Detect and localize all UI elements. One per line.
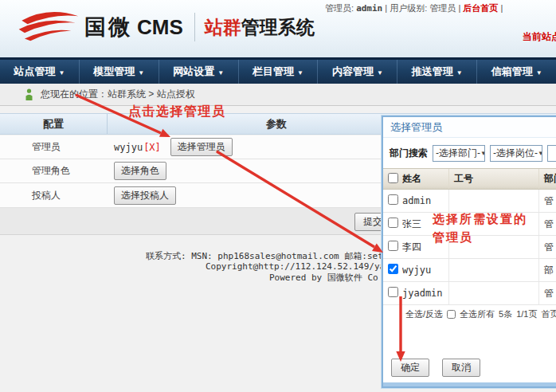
jobno-column-header: 工号: [448, 169, 538, 189]
dropdown-arrow-icon: ▼: [138, 69, 144, 76]
select-all-label: 全选所有: [460, 308, 495, 320]
row-checkbox[interactable]: [388, 218, 398, 228]
product-name: 站群管理系统: [205, 15, 315, 40]
footer-powered-line: Powered by 国微软件 Co: [269, 272, 378, 284]
admin-name: jyadmin: [402, 288, 448, 299]
user-location-icon: [24, 88, 34, 101]
dropdown-arrow-icon: ▼: [58, 69, 65, 76]
user-label: 管理员:: [325, 3, 354, 13]
dialog-search-row: 部门搜索 -选择部门- ▼ -选择岗位- ▼: [383, 138, 556, 168]
row-checkbox[interactable]: [388, 241, 398, 251]
logo: 国微 CMS 站群管理系统: [16, 8, 315, 46]
page-indicator: 1/1页: [516, 308, 537, 320]
dialog-title: 选择管理员: [383, 117, 556, 138]
dropdown-arrow-icon: ▼: [217, 69, 224, 76]
row-label: 管理角色: [0, 164, 108, 178]
select-all-checkbox[interactable]: [388, 173, 398, 183]
admin-list-row-selected: wyjyu 部: [383, 259, 556, 282]
dropdown-arrow-icon: ▼: [377, 69, 383, 76]
admin-name: 张三: [402, 218, 448, 231]
config-column-header: 配置: [0, 114, 108, 134]
select-invert-link[interactable]: 全选/反选: [405, 308, 443, 320]
name-column-header: 姓名: [402, 172, 448, 186]
admin-jobno: [448, 259, 538, 281]
dropdown-arrow-icon: ▼: [297, 69, 303, 76]
nav-label: 推送管理: [412, 65, 453, 79]
main-nav: 站点管理▼ 模型管理▼ 网站设置▼ 栏目管理▼ 内容管理▼ 推送管理▼ 信箱管理…: [0, 57, 556, 84]
nav-label: 信箱管理: [491, 65, 533, 79]
nav-label: 网站设置: [173, 65, 214, 79]
admin-jobno: [448, 190, 538, 212]
dialog-pagination: 全选/反选 全选所有 5条 1/1页 首页: [383, 308, 556, 320]
admin-jobno: [448, 236, 538, 258]
first-page-link[interactable]: 首页: [541, 308, 556, 320]
nav-item-site-management[interactable]: 站点管理▼: [0, 60, 80, 84]
admin-list-row: 张三 管: [383, 213, 556, 236]
nav-item-content-management[interactable]: 内容管理▼: [318, 60, 397, 84]
cancel-button[interactable]: 取消: [442, 359, 480, 377]
backend-home-link[interactable]: 后台首页: [463, 3, 498, 13]
breadcrumb: 您现在的位置： 站群系统 > 站点授权: [0, 84, 556, 106]
select-caret-icon: ▼: [538, 150, 542, 157]
search-keyword-input[interactable]: [547, 145, 556, 162]
dept-select-value: -选择部门-: [436, 147, 480, 160]
row-checkbox[interactable]: [388, 287, 398, 297]
select-caret-icon: ▼: [480, 150, 485, 157]
select-role-button[interactable]: 选择角色: [114, 162, 166, 180]
nav-label: 模型管理: [93, 65, 135, 79]
admin-list-row: jyadmin 管: [383, 282, 556, 305]
user-level: | 用户级别: 管理员 |: [385, 3, 460, 13]
select-admin-dialog: 选择管理员 部门搜索 -选择部门- ▼ -选择岗位- ▼ 姓名 工号 部门 ad…: [382, 116, 556, 388]
current-site-label: 当前站点: [523, 30, 556, 44]
nav-item-column-management[interactable]: 栏目管理▼: [239, 60, 319, 84]
admin-value: wyjyu: [114, 142, 143, 153]
nav-label: 站点管理: [14, 65, 55, 79]
app-header: 国微 CMS 站群管理系统 管理员: admin | 用户级别: 管理员 | 后…: [0, 0, 556, 57]
product-name-highlight: 站群: [205, 17, 241, 37]
row-label: 投稿人: [0, 189, 108, 202]
row-checkbox[interactable]: [388, 264, 398, 274]
admin-name: admin: [402, 195, 448, 206]
admin-jobno: [448, 213, 538, 235]
brand-name-en: CMS: [137, 15, 183, 40]
dept-select[interactable]: -选择部门- ▼: [433, 145, 485, 162]
dropdown-arrow-icon: ▼: [536, 69, 542, 76]
admin-list-row: 李四 管: [383, 236, 556, 259]
admin-dept: 管: [538, 236, 556, 258]
user-name: admin: [356, 3, 382, 14]
select-all-pages-checkbox[interactable]: [447, 310, 456, 319]
nav-item-website-settings[interactable]: 网站设置▼: [159, 60, 239, 84]
breadcrumb-label: 您现在的位置：: [41, 88, 108, 101]
row-label: 管理员: [0, 140, 108, 154]
post-select[interactable]: -选择岗位- ▼: [490, 145, 542, 162]
admin-list-row: admin 管: [383, 190, 556, 213]
nav-label: 内容管理: [332, 65, 374, 79]
brand-divider: [194, 13, 195, 41]
ok-button[interactable]: 确定: [391, 359, 429, 377]
dialog-buttons: 确定 取消: [391, 359, 480, 377]
select-contributor-button[interactable]: 选择投稿人: [114, 186, 176, 205]
row-checkbox[interactable]: [388, 194, 398, 205]
post-select-value: -选择岗位-: [493, 147, 538, 160]
nav-item-model-management[interactable]: 模型管理▼: [80, 60, 159, 84]
page-root: 国微 CMS 站群管理系统 管理员: admin | 用户级别: 管理员 | 后…: [0, 0, 556, 392]
nav-item-push-management[interactable]: 推送管理▼: [397, 60, 477, 84]
nav-item-mailbox-management[interactable]: 信箱管理▼: [477, 60, 556, 84]
admin-dept: 部: [538, 259, 556, 281]
dialog-bottom-strip: [383, 382, 556, 386]
dropdown-arrow-icon: ▼: [456, 69, 463, 76]
dept-search-label: 部门搜索: [390, 147, 428, 160]
total-count: 5条: [499, 308, 512, 320]
brand-name-cn: 国微: [84, 13, 132, 41]
remove-admin-link[interactable]: [X]: [143, 142, 161, 153]
admin-dept: 管: [538, 213, 556, 235]
user-info-bar: 管理员: admin | 用户级别: 管理员 | 后台首页 |: [325, 2, 556, 14]
select-admin-button[interactable]: 选择管理员: [170, 138, 233, 156]
product-name-rest: 管理系统: [241, 17, 315, 37]
separator: |: [500, 3, 503, 13]
admin-jobno: [448, 282, 538, 304]
admin-dept: 管: [538, 282, 556, 304]
dept-column-header: 部门: [538, 169, 556, 189]
nav-label: 栏目管理: [253, 65, 294, 79]
breadcrumb-path: 站群系统 > 站点授权: [108, 88, 195, 101]
